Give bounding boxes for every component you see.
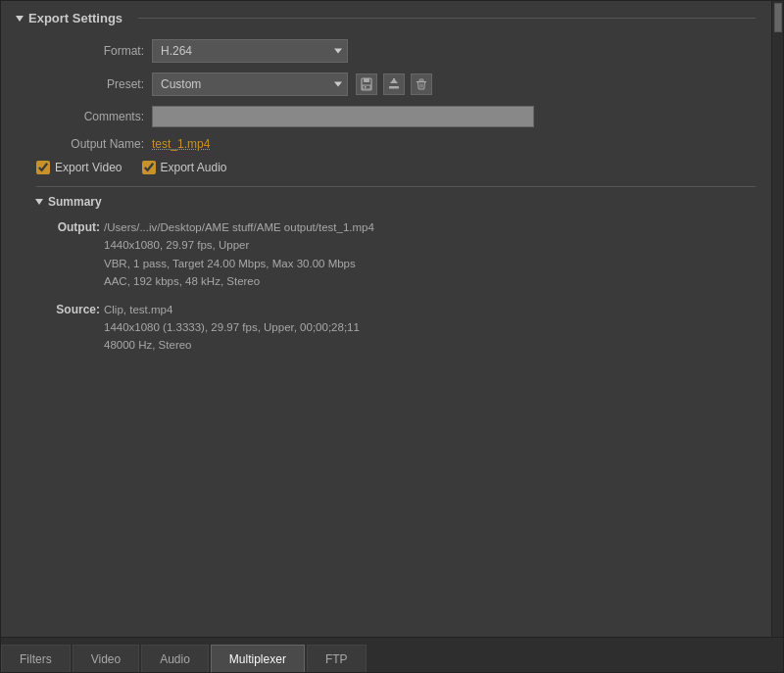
preset-dropdown-container: Custom bbox=[152, 72, 348, 96]
export-video-checkbox-item[interactable]: Export Video bbox=[36, 161, 122, 174]
output-line4: AAC, 192 kbps, 48 kHz, Stereo bbox=[104, 272, 374, 290]
format-label: Format: bbox=[36, 44, 144, 58]
tabs-bar: Filters Video Audio Multiplexer FTP bbox=[1, 637, 783, 672]
header-divider bbox=[138, 18, 756, 19]
import-preset-button[interactable] bbox=[383, 73, 405, 95]
summary-output-block: Output: /Users/...iv/Desktop/AME stuff/A… bbox=[46, 218, 756, 291]
output-line2: 1440x1080, 29.97 fps, Upper bbox=[104, 236, 374, 254]
save-preset-button[interactable] bbox=[356, 73, 377, 95]
delete-preset-button[interactable] bbox=[411, 73, 432, 95]
output-line1: /Users/...iv/Desktop/AME stuff/AME outpu… bbox=[104, 218, 374, 236]
output-name-row: Output Name: test_1.mp4 bbox=[17, 137, 756, 151]
summary-collapse-icon[interactable] bbox=[35, 199, 43, 205]
section-header: Export Settings bbox=[17, 11, 756, 25]
output-name-link[interactable]: test_1.mp4 bbox=[152, 137, 210, 151]
output-key: Output: bbox=[46, 218, 100, 291]
tab-ftp[interactable]: FTP bbox=[307, 645, 367, 672]
format-dropdown[interactable]: H.264 bbox=[152, 39, 348, 63]
tab-video[interactable]: Video bbox=[73, 645, 139, 672]
comments-label: Comments: bbox=[36, 110, 144, 123]
source-line3: 48000 Hz, Stereo bbox=[104, 336, 360, 354]
format-dropdown-container: H.264 bbox=[152, 39, 348, 63]
summary-source-block: Source: Clip, test.mp4 1440x1080 (1.3333… bbox=[46, 301, 756, 355]
svg-rect-6 bbox=[393, 78, 395, 83]
output-name-label: Output Name: bbox=[36, 137, 144, 151]
export-video-checkbox[interactable] bbox=[36, 161, 50, 174]
summary-header: Summary bbox=[36, 186, 756, 209]
output-line3: VBR, 1 pass, Target 24.00 Mbps, Max 30.0… bbox=[104, 255, 374, 272]
content-area: Export Settings Format: H.264 Preset: bbox=[1, 1, 783, 637]
preset-label: Preset: bbox=[36, 77, 144, 91]
source-line1: Clip, test.mp4 bbox=[104, 301, 360, 318]
summary-content: Output: /Users/...iv/Desktop/AME stuff/A… bbox=[36, 218, 756, 355]
format-row: Format: H.264 bbox=[17, 39, 756, 63]
svg-rect-8 bbox=[419, 79, 423, 81]
comments-input[interactable] bbox=[152, 106, 534, 127]
scrollbar[interactable] bbox=[771, 1, 783, 637]
svg-rect-4 bbox=[389, 86, 399, 89]
export-audio-label: Export Audio bbox=[161, 161, 227, 174]
svg-rect-1 bbox=[364, 78, 369, 82]
checkboxes-row: Export Video Export Audio bbox=[17, 161, 756, 174]
tab-filters[interactable]: Filters bbox=[1, 645, 71, 672]
comments-row: Comments: bbox=[17, 106, 756, 127]
export-audio-checkbox-item[interactable]: Export Audio bbox=[142, 161, 227, 174]
summary-section: Summary Output: /Users/...iv/Desktop/AME… bbox=[17, 186, 756, 355]
tab-multiplexer[interactable]: Multiplexer bbox=[211, 645, 305, 672]
svg-rect-2 bbox=[363, 85, 370, 89]
summary-title: Summary bbox=[48, 195, 102, 209]
output-values: /Users/...iv/Desktop/AME stuff/AME outpu… bbox=[104, 218, 374, 291]
tab-audio[interactable]: Audio bbox=[141, 645, 209, 672]
svg-rect-3 bbox=[365, 86, 367, 88]
preset-row: Preset: Custom bbox=[17, 72, 756, 96]
source-line2: 1440x1080 (1.3333), 29.97 fps, Upper, 00… bbox=[104, 318, 360, 336]
section-title: Export Settings bbox=[28, 11, 122, 25]
export-audio-checkbox[interactable] bbox=[142, 161, 156, 174]
collapse-icon[interactable] bbox=[16, 16, 24, 22]
preset-icons bbox=[356, 73, 432, 95]
main-content: Export Settings Format: H.264 Preset: bbox=[1, 1, 771, 637]
export-video-label: Export Video bbox=[55, 161, 122, 174]
source-values: Clip, test.mp4 1440x1080 (1.3333), 29.97… bbox=[104, 301, 360, 355]
source-key: Source: bbox=[46, 301, 100, 355]
scrollbar-thumb[interactable] bbox=[774, 3, 782, 32]
preset-dropdown[interactable]: Custom bbox=[152, 72, 348, 96]
export-settings-section: Export Settings Format: H.264 Preset: bbox=[1, 1, 771, 374]
main-panel: Export Settings Format: H.264 Preset: bbox=[0, 0, 784, 673]
